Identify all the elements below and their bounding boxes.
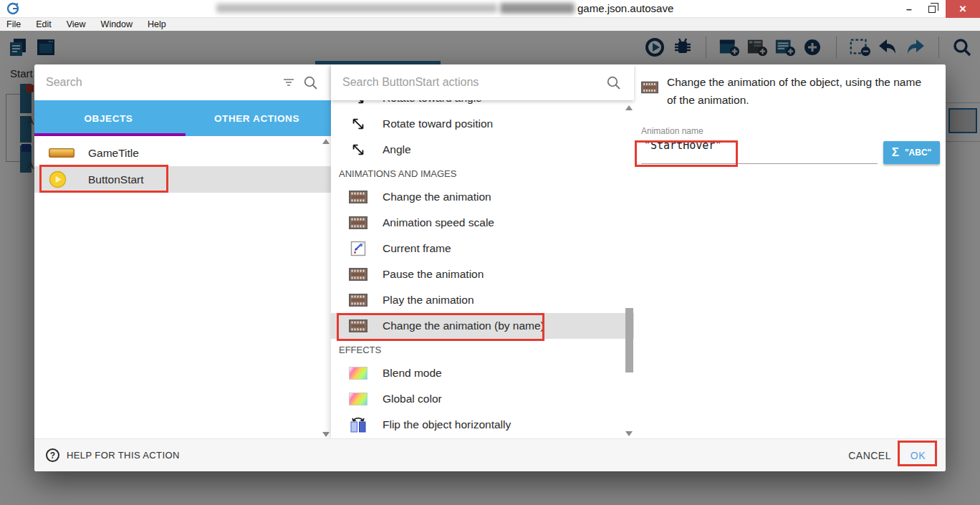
restore-button[interactable] (923, 0, 941, 18)
title-bar: game.json.autosave – ✕ (0, 0, 980, 18)
action-label: Global color (383, 393, 442, 405)
film-strip-icon (349, 216, 368, 229)
section-header: EFFECTS (331, 339, 634, 360)
object-label: ButtonStart (88, 173, 144, 186)
objects-panel: Search OBJECTS OTHER ACTIONS GameTitleBu… (34, 64, 331, 438)
filter-icon[interactable] (278, 72, 299, 93)
action-description: Change the animation of the object, usin… (667, 74, 933, 109)
action-row[interactable]: Change the animation (by name) (331, 313, 634, 339)
objects-tab-bar: OBJECTS OTHER ACTIONS (34, 100, 331, 136)
scroll-up-icon[interactable] (322, 139, 330, 144)
input-underline (641, 163, 878, 164)
action-row[interactable]: Rotate toward position (331, 111, 634, 137)
flip-horizontal-icon (349, 416, 368, 433)
rotate-arrow-icon (349, 100, 368, 106)
film-strip-icon (641, 80, 658, 109)
minimize-button[interactable]: – (900, 0, 918, 18)
menu-item-file[interactable]: File (6, 19, 21, 29)
rotate-arrow-icon (349, 142, 368, 158)
cancel-button[interactable]: CANCEL (848, 450, 891, 461)
help-link[interactable]: ? HELP FOR THIS ACTION (46, 448, 180, 462)
rainbow-icon (349, 367, 368, 380)
action-row[interactable]: Animation speed scale (331, 210, 634, 236)
film-strip-icon (349, 319, 368, 332)
action-label: Rotate toward angle (383, 100, 482, 105)
film-strip-icon (349, 268, 368, 281)
action-row[interactable]: Play the animation (331, 287, 634, 313)
object-row[interactable]: ButtonStart (34, 166, 331, 193)
rotate-arrow-icon (349, 116, 368, 132)
scroll-down-icon[interactable] (625, 431, 633, 436)
action-row[interactable]: Change the animation (331, 184, 634, 210)
action-label: Current frame (383, 242, 451, 255)
action-label: Flip the object horizontally (383, 418, 511, 431)
film-strip-icon (349, 191, 368, 203)
ok-button[interactable]: OK (911, 450, 926, 461)
gdevelop-logo-icon (6, 2, 19, 18)
actions-panel: Search ButtonStart actions Rotate toward… (331, 64, 634, 438)
menu-item-view[interactable]: View (67, 19, 86, 29)
menu-item-edit[interactable]: Edit (36, 19, 52, 29)
search-icon[interactable] (602, 72, 624, 93)
scrollbar-thumb[interactable] (625, 308, 633, 372)
action-row[interactable]: Blend mode (331, 360, 634, 386)
action-row[interactable]: Current frame (331, 236, 634, 261)
film-strip-icon (349, 294, 368, 307)
window-title: game.json.autosave (577, 2, 673, 14)
menu-bar: FileEditViewWindowHelp (0, 18, 980, 31)
objects-list: GameTitleButtonStart (34, 136, 331, 438)
action-row[interactable]: Rotate toward angle (331, 100, 634, 111)
sigma-icon: Σ (892, 145, 899, 160)
scroll-down-icon[interactable] (322, 432, 330, 437)
action-label: Play the animation (383, 294, 474, 307)
action-label: Pause the animation (383, 268, 484, 281)
action-row[interactable]: Angle (331, 137, 634, 163)
action-label: Change the animation (by name) (383, 319, 544, 332)
parameters-panel: Change the animation of the object, usin… (634, 64, 946, 438)
expression-button-label: "ABC" (905, 148, 931, 158)
action-label: Animation speed scale (383, 216, 494, 229)
tab-other-actions[interactable]: OTHER ACTIONS (183, 100, 331, 136)
actions-list: Rotate toward angleRotate toward positio… (331, 100, 634, 438)
search-icon[interactable] (299, 72, 321, 93)
action-row[interactable]: Flip the object horizontally (331, 412, 634, 438)
object-label: GameTitle (88, 147, 139, 160)
menu-item-help[interactable]: Help (148, 19, 166, 29)
tab-objects[interactable]: OBJECTS (34, 100, 183, 136)
action-label: Blend mode (383, 367, 442, 380)
animation-name-input[interactable] (644, 139, 873, 152)
section-header: ANIMATIONS AND IMAGES (331, 163, 634, 184)
actions-list-viewport: Rotate toward angleRotate toward positio… (331, 100, 634, 438)
scroll-up-icon[interactable] (625, 105, 633, 110)
action-label: Angle (383, 143, 411, 156)
animation-name-label: Animation name (641, 126, 703, 136)
help-label: HELP FOR THIS ACTION (67, 450, 180, 461)
button-start-thumbnail-icon (49, 170, 76, 188)
game-title-thumbnail-icon (49, 148, 76, 158)
action-row[interactable]: Pause the animation (331, 261, 634, 287)
expression-editor-button[interactable]: Σ "ABC" (883, 141, 940, 164)
action-editor-dialog: Search OBJECTS OTHER ACTIONS GameTitleBu… (34, 64, 946, 471)
restore-icon (928, 6, 936, 13)
blurred-title-text (500, 3, 575, 14)
object-row[interactable]: GameTitle (34, 140, 331, 166)
action-label: Rotate toward position (383, 117, 493, 130)
close-button[interactable]: ✕ (946, 0, 980, 18)
objects-search-bar[interactable]: Search (34, 64, 331, 100)
menu-item-window[interactable]: Window (101, 19, 133, 29)
current-frame-icon (349, 241, 368, 256)
objects-search-input[interactable]: Search (46, 76, 278, 89)
rainbow-icon (349, 393, 368, 405)
actions-search-input[interactable]: Search ButtonStart actions (342, 76, 602, 89)
actions-search-bar[interactable]: Search ButtonStart actions (331, 64, 634, 100)
action-label: Change the animation (383, 191, 491, 203)
blurred-title-text (216, 4, 497, 13)
help-icon: ? (46, 448, 59, 462)
dialog-footer: ? HELP FOR THIS ACTION CANCEL OK (34, 438, 946, 471)
action-row[interactable]: Global color (331, 386, 634, 412)
